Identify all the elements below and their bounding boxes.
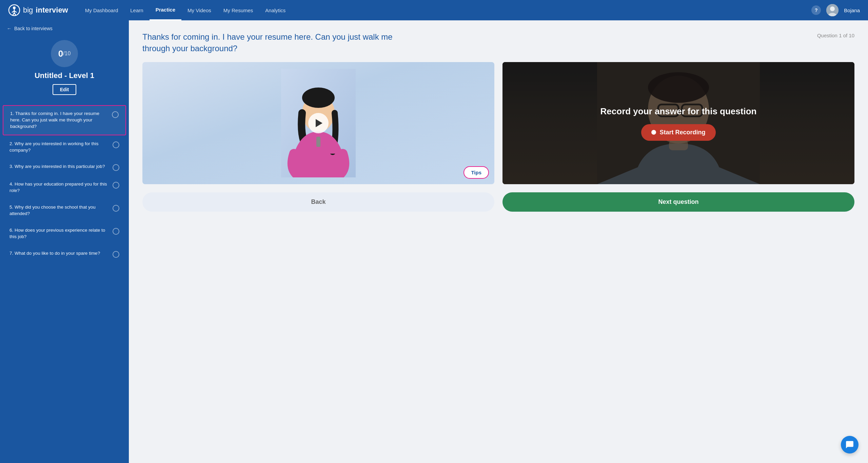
back-button[interactable]: Back	[142, 192, 494, 212]
question-text-3: 3. Why are you interested in this partic…	[9, 163, 113, 170]
question-text-6: 6. How does your previous experience rel…	[9, 227, 113, 240]
question-radio-7	[113, 251, 119, 258]
question-radio-1	[112, 111, 119, 118]
question-text-7: 7. What do you like to do in your spare …	[9, 250, 113, 257]
webcam-area: Record your answer for this question Sta…	[502, 62, 854, 184]
logo-interview: interview	[36, 6, 68, 15]
navbar: biginterview My Dashboard Learn Practice…	[0, 0, 868, 20]
help-button[interactable]: ?	[811, 5, 821, 15]
question-item-2[interactable]: 2. Why are you interested in working for…	[3, 136, 126, 158]
nav-right: ? Bojana	[811, 4, 860, 16]
question-text-4: 4. How has your education prepared you f…	[9, 181, 113, 194]
next-question-button[interactable]: Next question	[502, 192, 854, 212]
nav-learn[interactable]: Learn	[124, 1, 149, 20]
main-content: Thanks for coming in. I have your resume…	[129, 20, 868, 463]
start-recording-label: Start Recording	[659, 129, 705, 136]
nav-analytics[interactable]: Analytics	[259, 1, 292, 20]
interviewer-video: Tips	[142, 62, 494, 184]
back-label: Back to interviews	[14, 26, 53, 31]
question-item-6[interactable]: 6. How does your previous experience rel…	[3, 223, 126, 245]
interviewer-frame	[142, 62, 494, 184]
progress-total: /10	[63, 51, 71, 57]
question-item-1[interactable]: 1. Thanks for coming in. I have your res…	[3, 105, 126, 135]
question-text-5: 5. Why did you choose the school that yo…	[9, 204, 113, 217]
question-text-2: 2. Why are you interested in working for…	[9, 141, 113, 154]
svg-rect-15	[316, 137, 320, 147]
question-radio-6	[113, 228, 119, 235]
questions-list: 1. Thanks for coming in. I have your res…	[0, 102, 129, 456]
nav-myresumes[interactable]: My Resumes	[217, 1, 259, 20]
question-count: Question 1 of 10	[817, 33, 854, 38]
avatar-icon	[826, 4, 839, 16]
avatar[interactable]	[826, 4, 839, 16]
svg-point-8	[830, 6, 835, 11]
question-radio-5	[113, 205, 119, 212]
main-question-text: Thanks for coming in. I have your resume…	[142, 31, 414, 54]
nav-dashboard[interactable]: My Dashboard	[79, 1, 124, 20]
back-arrow-icon: ←	[7, 26, 12, 31]
question-item-4[interactable]: 4. How has your education prepared you f…	[3, 176, 126, 199]
question-text-1: 1. Thanks for coming in. I have your res…	[10, 111, 112, 130]
progress-current: 0	[58, 49, 63, 59]
record-label: Record your answer for this question	[600, 106, 757, 117]
question-item-5[interactable]: 5. Why did you choose the school that yo…	[3, 199, 126, 222]
logo-big: big	[23, 6, 33, 15]
chat-bubble[interactable]	[841, 436, 859, 454]
back-to-interviews[interactable]: ← Back to interviews	[0, 20, 129, 37]
progress-circle: 0/10	[51, 40, 78, 67]
app-layout: ← Back to interviews 0/10 Untitled - Lev…	[0, 20, 868, 463]
nav-practice[interactable]: Practice	[150, 0, 181, 20]
question-radio-2	[113, 141, 119, 148]
logo[interactable]: biginterview	[8, 4, 68, 16]
question-item-3[interactable]: 3. Why are you interested in this partic…	[3, 159, 126, 176]
nav-user-name[interactable]: Bojana	[844, 7, 860, 13]
svg-line-6	[14, 13, 16, 15]
tips-button[interactable]: Tips	[463, 166, 489, 179]
svg-point-14	[302, 88, 335, 108]
nav-buttons: Back Next question	[142, 192, 854, 212]
progress-section: 0/10 Untitled - Level 1 Edit	[0, 37, 129, 102]
rec-dot-icon	[651, 130, 656, 135]
edit-button[interactable]: Edit	[53, 84, 76, 95]
question-item-7[interactable]: 7. What do you like to do in your spare …	[3, 246, 126, 263]
question-radio-4	[113, 182, 119, 189]
logo-icon	[8, 4, 20, 16]
sidebar: ← Back to interviews 0/10 Untitled - Lev…	[0, 20, 129, 463]
play-button[interactable]	[308, 113, 329, 133]
session-title: Untitled - Level 1	[35, 71, 94, 80]
chat-icon	[845, 440, 854, 449]
start-recording-button[interactable]: Start Recording	[641, 124, 715, 141]
question-radio-3	[113, 164, 119, 171]
nav-links: My Dashboard Learn Practice My Videos My…	[79, 0, 812, 20]
record-overlay: Record your answer for this question Sta…	[502, 62, 854, 184]
nav-myvideos[interactable]: My Videos	[181, 1, 217, 20]
video-area: Tips	[142, 62, 854, 184]
question-header: Thanks for coming in. I have your resume…	[142, 31, 854, 54]
